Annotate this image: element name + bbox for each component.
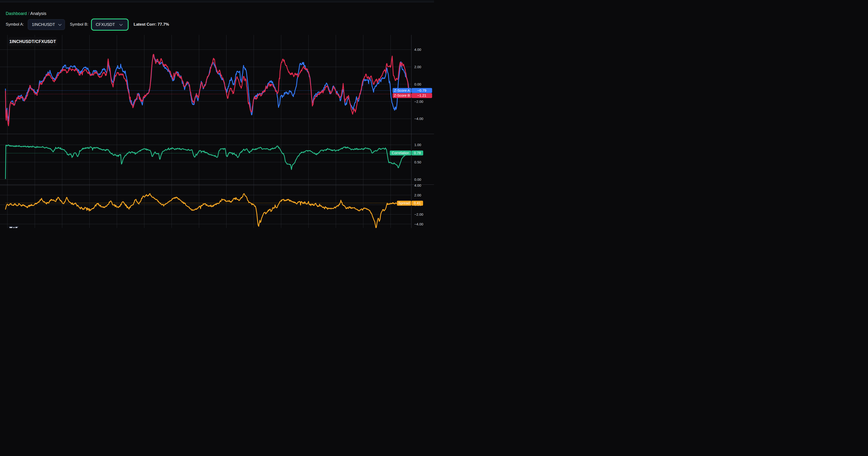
svg-text:0.41: 0.41 — [414, 201, 421, 205]
svg-text:0.00: 0.00 — [414, 82, 421, 86]
svg-text:0.78: 0.78 — [414, 151, 421, 155]
svg-text:1.00: 1.00 — [414, 143, 421, 147]
svg-text:Z-Score B: Z-Score B — [394, 93, 410, 97]
svg-text:−1.21: −1.21 — [417, 93, 426, 97]
svg-text:4.00: 4.00 — [414, 47, 421, 52]
svg-text:−0.79: −0.79 — [417, 88, 426, 92]
svg-text:2.00: 2.00 — [414, 65, 421, 69]
svg-text:2.00: 2.00 — [414, 193, 421, 197]
svg-text:−2.00: −2.00 — [414, 99, 423, 103]
svg-text:0.50: 0.50 — [414, 160, 421, 164]
svg-text:−4.00: −4.00 — [414, 117, 423, 121]
svg-text:Correlation: Correlation — [392, 151, 409, 155]
svg-text:Spread: Spread — [398, 201, 410, 205]
svg-text:4.00: 4.00 — [414, 183, 421, 187]
svg-text:−4.00: −4.00 — [414, 222, 423, 226]
svg-text:0.00: 0.00 — [414, 177, 421, 182]
svg-text:−2.00: −2.00 — [414, 212, 423, 216]
svg-text:Z-Score A: Z-Score A — [394, 88, 410, 92]
